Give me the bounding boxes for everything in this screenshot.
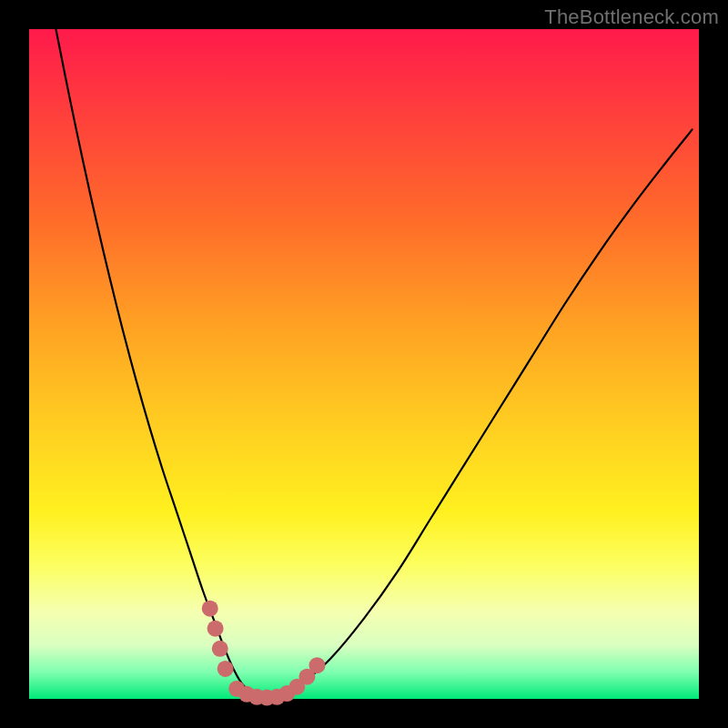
marker-dot — [207, 621, 224, 637]
plot-area — [29, 29, 699, 699]
marker-dot — [308, 657, 325, 673]
watermark-text: TheBottleneck.com — [544, 5, 719, 29]
marker-group — [202, 601, 326, 706]
bottleneck-curve — [56, 29, 692, 699]
marker-dot — [217, 661, 234, 677]
marker-dot — [202, 601, 218, 617]
curve-layer — [29, 29, 699, 699]
chart-frame: TheBottleneck.com — [0, 0, 728, 728]
marker-dot — [212, 641, 228, 657]
